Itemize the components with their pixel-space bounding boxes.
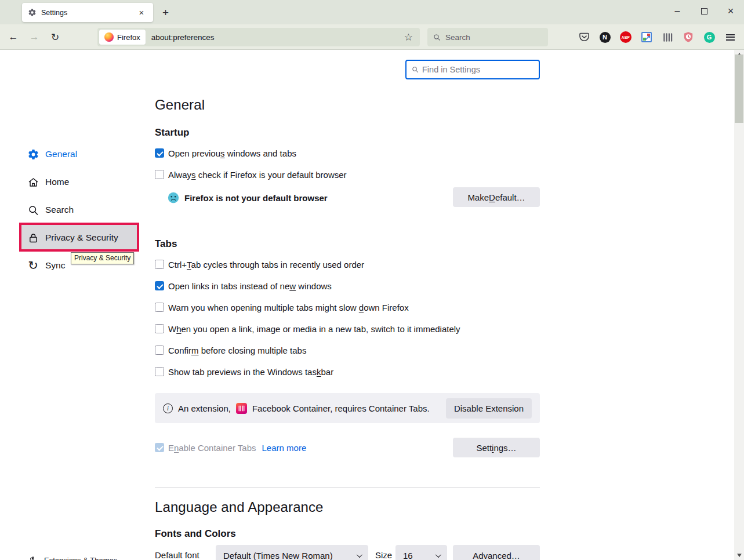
fence-icon: [662, 32, 673, 43]
new-tab-button[interactable]: +: [158, 5, 173, 20]
tab-close-icon[interactable]: ×: [136, 7, 147, 19]
checkbox[interactable]: [155, 324, 164, 333]
sidebar-item-label: General: [45, 149, 77, 159]
toolbar-search[interactable]: [427, 28, 548, 46]
time-shield-extension-button[interactable]: [680, 29, 696, 45]
containers-extension-button[interactable]: [659, 29, 676, 45]
adblock-plus-extension-button[interactable]: ABP: [618, 29, 634, 45]
advanced-button[interactable]: Advanced…: [453, 545, 540, 560]
browser-tab-settings[interactable]: Settings ×: [22, 3, 153, 22]
app-menu-button[interactable]: [722, 29, 738, 45]
sync-icon: ↻: [27, 259, 39, 272]
window-maximize-button[interactable]: [691, 0, 717, 22]
checkbox-label: Warn you when opening multiple tabs migh…: [168, 303, 409, 312]
make-default-button[interactable]: Make Default…: [453, 187, 540, 207]
abp-badge-icon: ABP: [620, 31, 632, 43]
sad-face-icon: [168, 192, 179, 203]
find-in-settings-input[interactable]: [422, 65, 527, 74]
checkbox-label: Ctrl+Tab cycles through tabs in recently…: [168, 260, 364, 270]
checkbox-row-confirm-closing: Confirm before closing multiple tabs: [155, 344, 306, 357]
sidebar-footer-label: Extensions & Themes: [44, 556, 117, 560]
checkbox-label: Confirm before closing multiple tabs: [168, 346, 306, 355]
learn-more-link[interactable]: Learn more: [262, 443, 307, 453]
pocket-extension-button[interactable]: [576, 29, 592, 45]
url-text[interactable]: about:preferences: [151, 33, 402, 42]
lock-icon: [27, 231, 39, 244]
container-chip: Firefox: [99, 30, 146, 45]
info-icon: i: [163, 403, 173, 413]
container-settings-button[interactable]: Settings…: [453, 438, 540, 457]
tab-title: Settings: [41, 9, 131, 17]
vertical-scrollbar[interactable]: [734, 50, 744, 560]
font-size-value: 16: [403, 551, 413, 560]
find-in-settings[interactable]: [405, 60, 540, 79]
search-icon: [433, 34, 441, 41]
font-size-dropdown[interactable]: 16: [395, 545, 447, 560]
checkbox-disabled: [155, 443, 164, 452]
default-font-dropdown[interactable]: Default (Times New Roman): [216, 545, 368, 560]
sidebar-item-home[interactable]: Home: [19, 168, 139, 196]
checkbox-row-always-check-default: Always check if Firefox is your default …: [155, 168, 347, 181]
notion-extension-button[interactable]: N: [597, 29, 613, 45]
pocket-icon: [579, 32, 590, 42]
size-label: Size: [375, 550, 392, 560]
checkbox[interactable]: [155, 260, 164, 269]
window-close-button[interactable]: ×: [717, 0, 744, 22]
checkbox[interactable]: [155, 367, 164, 376]
language-appearance-title: Language and Appearance: [155, 499, 324, 515]
g-badge-icon: G: [704, 32, 715, 43]
checkbox[interactable]: [155, 170, 164, 179]
sidebar-item-search[interactable]: Search: [19, 196, 139, 224]
checkbox-row-ctrl-tab: Ctrl+Tab cycles through tabs in recently…: [155, 258, 364, 271]
extension-notice: i An extension, Facebook Container, requ…: [155, 393, 540, 423]
default-font-label: Default font: [155, 550, 199, 560]
chevron-down-icon: [357, 552, 362, 558]
bookmark-star-icon[interactable]: ☆: [402, 31, 415, 43]
chevron-down-icon: [435, 552, 441, 558]
checkbox-label: When you open a link, image or media in …: [168, 324, 460, 334]
address-bar[interactable]: Firefox about:preferences ☆: [97, 28, 420, 46]
default-font-value: Default (Times New Roman): [223, 551, 333, 560]
screenshot-icon: [641, 32, 652, 42]
shield-clock-icon: [683, 31, 694, 43]
forward-button[interactable]: →: [26, 29, 43, 45]
reload-button[interactable]: ↻: [46, 29, 64, 45]
back-button[interactable]: ←: [5, 29, 22, 45]
checkbox-row-open-previous: Open previous windows and tabs: [155, 147, 296, 159]
screenshot-extension-button[interactable]: [638, 29, 655, 45]
sidebar-item-label: Privacy & Security: [45, 232, 118, 243]
checkbox[interactable]: [155, 148, 164, 158]
maximize-icon: [701, 8, 707, 14]
sidebar-item-label: Home: [45, 177, 69, 187]
search-icon: [412, 66, 419, 73]
checkbox-row-warn-multiple-tabs: Warn you when opening multiple tabs migh…: [155, 301, 409, 314]
tabs-heading: Tabs: [155, 238, 177, 250]
checkbox[interactable]: [155, 281, 164, 290]
sidebar-item-privacy-security[interactable]: Privacy & Security: [19, 224, 139, 252]
sidebar-item-general[interactable]: General: [19, 140, 139, 168]
startup-heading: Startup: [155, 127, 190, 139]
grammarly-extension-button[interactable]: G: [701, 29, 717, 45]
toolbar-search-input[interactable]: [445, 33, 532, 42]
checkbox-row-switch-immediately: When you open a link, image or media in …: [155, 322, 460, 335]
container-chip-label: Firefox: [117, 33, 140, 42]
default-browser-row: Firefox is not your default browser: [168, 188, 328, 208]
notice-text-post: Facebook Container, requires Container T…: [252, 403, 441, 413]
gear-icon: [27, 148, 39, 161]
puzzle-piece-icon: [28, 555, 38, 560]
checkbox-label: Enable Container Tabs: [168, 443, 256, 453]
sidebar-item-extensions-themes[interactable]: Extensions & Themes: [19, 551, 139, 560]
fonts-colors-heading: Fonts and Colors: [155, 528, 236, 540]
search-icon: [27, 203, 39, 216]
checkbox[interactable]: [155, 346, 164, 355]
tab-strip: Settings × + – ×: [0, 0, 744, 24]
window-minimize-button[interactable]: –: [664, 0, 691, 22]
disable-extension-button[interactable]: Disable Extension: [446, 398, 532, 419]
privacy-security-tooltip: Privacy & Security: [71, 252, 134, 264]
checkbox-label: Open previous windows and tabs: [168, 148, 296, 158]
scrollbar-thumb[interactable]: [735, 54, 743, 123]
section-divider: [155, 487, 540, 488]
scrollbar-down-arrow[interactable]: [734, 551, 744, 560]
checkbox[interactable]: [155, 303, 164, 312]
checkbox-label: Show tab previews in the Windows taskbar: [168, 367, 333, 377]
